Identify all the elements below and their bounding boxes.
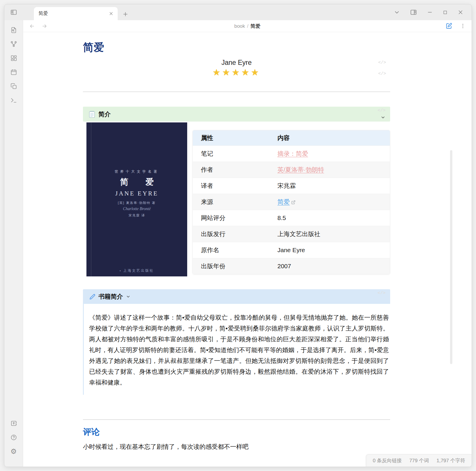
cover-author-en: Charlotte Brontë (86, 207, 187, 211)
code-block-edit-icon[interactable]: </> (378, 108, 385, 113)
close-window-icon[interactable] (458, 9, 463, 15)
table-row: 笔记 摘录：简爱 (193, 146, 390, 162)
chevron-down-icon[interactable] (381, 115, 385, 120)
file-search-icon[interactable] (10, 27, 17, 34)
cover-translator-line: 宋兆霖 译 (86, 213, 187, 218)
summary-text: 《简爱》讲述了这样一个故事：简•爱自幼父母双亡，投靠冷酷的舅母，但舅母无情地抛弃… (83, 304, 390, 395)
vault-icon[interactable] (10, 420, 17, 427)
word-count[interactable]: 779 个词 (409, 457, 429, 464)
summary-callout-title: 书籍简介 (98, 292, 123, 301)
editor-pane: book/简爱 简爱 (23, 20, 472, 467)
external-link-icon (291, 200, 296, 205)
cover-publisher: 上海文艺出版社 (86, 268, 187, 273)
tab-bar: 简爱 (4, 4, 472, 20)
terminal-icon[interactable] (10, 97, 17, 104)
divider (83, 419, 390, 420)
comments-heading: 评论 (83, 426, 390, 438)
app-window: 简爱 (4, 4, 472, 467)
table-row: 来源 简爱 (193, 194, 390, 210)
graph-view-icon[interactable] (10, 41, 17, 48)
minimize-icon[interactable] (427, 9, 433, 15)
tab-title: 简爱 (39, 11, 109, 17)
code-block-edit-icon[interactable]: </> (378, 72, 386, 76)
comment-text: 小时候看过，现在基本忘了剧情了，每次读的感受都不一样吧 (83, 443, 390, 451)
breadcrumb-current: 简爱 (251, 23, 260, 29)
summary-callout: 书籍简介 </> 《简爱》讲述了这样一个故事：简•爱自幼父母双亡，投靠冷酷的舅母… (83, 289, 390, 395)
table-row: 网站评分 8.5 (193, 210, 390, 226)
page-title: 简爱 (83, 40, 390, 55)
calendar-icon[interactable] (10, 69, 17, 76)
back-arrow-icon[interactable] (29, 23, 35, 29)
backlinks-count[interactable]: 0 条反向链接 (373, 457, 402, 464)
code-block-edit-icon[interactable]: </> (378, 291, 385, 295)
table-row: 出版发行 上海文艺出版社 (193, 226, 390, 242)
table-row: 原作名 Jane Eyre (193, 242, 390, 258)
intro-callout-header[interactable]: 简介 </> (83, 107, 390, 122)
property-table: 属性 内容 笔记 摘录：简爱 (192, 130, 390, 274)
help-icon[interactable] (10, 434, 17, 441)
edit-mode-icon[interactable] (445, 22, 452, 30)
dashboard-icon[interactable] (10, 55, 17, 62)
intro-callout: 简介 </> 世界十大文学名著 简爱 JANE EYRE (83, 107, 390, 276)
table-row: 译者 宋兆霖 (193, 178, 390, 194)
settings-gear-icon[interactable]: ⚙ (11, 448, 17, 455)
table-header-attr: 属性 (193, 130, 269, 146)
cover-title-cn: 简爱 (86, 176, 187, 188)
view-header: book/简爱 (23, 20, 472, 32)
table-header-content: 内容 (269, 130, 390, 146)
cover-author-line: [英] 夏洛蒂·勃朗特 著 (86, 201, 187, 205)
cover-series-text: 世界十大文学名著 (86, 169, 187, 174)
source-link[interactable]: 简爱 (277, 198, 290, 205)
book-subtitle: Jane Eyre (83, 59, 390, 67)
book-cover-image: 世界十大文学名著 简爱 JANE EYRE [英] 夏洛蒂·勃朗特 著 Char… (86, 122, 187, 276)
divider (83, 91, 390, 92)
left-sidebar-toggle-icon[interactable] (10, 9, 17, 16)
status-bar: 0 条反向链接 779 个词 1,797 个字符 (366, 454, 472, 467)
pencil-icon (89, 294, 95, 300)
summary-callout-header[interactable]: 书籍简介 </> (83, 289, 390, 304)
new-tab-button[interactable] (122, 11, 128, 17)
intro-callout-title: 简介 (98, 110, 111, 118)
table-row: 作者 英/夏洛蒂·勃朗特 (193, 162, 390, 178)
author-link[interactable]: 英/夏洛蒂·勃朗特 (277, 166, 324, 173)
breadcrumb-folder[interactable]: book (234, 23, 245, 29)
tab-jane-eyre[interactable]: 简爱 (34, 7, 118, 20)
copy-files-icon[interactable] (10, 83, 17, 90)
forward-arrow-icon[interactable] (41, 23, 48, 29)
right-sidebar-toggle-icon[interactable] (410, 9, 417, 16)
code-block-edit-icon[interactable]: </> (378, 60, 386, 65)
note-link[interactable]: 摘录：简爱 (277, 150, 308, 157)
notepad-icon (89, 110, 95, 118)
maximize-icon[interactable] (443, 10, 448, 15)
breadcrumb: book/简爱 (23, 23, 472, 30)
scrollbar[interactable] (450, 150, 452, 364)
cover-title-en: JANE EYRE (86, 190, 187, 197)
more-options-icon[interactable] (460, 23, 466, 29)
note-scroll-area[interactable]: 简爱 Jane Eyre ★★★★★ </> </> (23, 32, 472, 467)
tab-list-chevron-icon[interactable] (394, 9, 400, 15)
table-row: 出版年份 2007 (193, 258, 390, 274)
chevron-down-icon[interactable] (126, 294, 131, 299)
rating-stars: ★★★★★ (83, 67, 390, 77)
character-count[interactable]: 1,797 个字符 (437, 457, 465, 464)
left-ribbon: ⚙ (4, 20, 23, 467)
tab-close-icon[interactable] (109, 11, 114, 16)
